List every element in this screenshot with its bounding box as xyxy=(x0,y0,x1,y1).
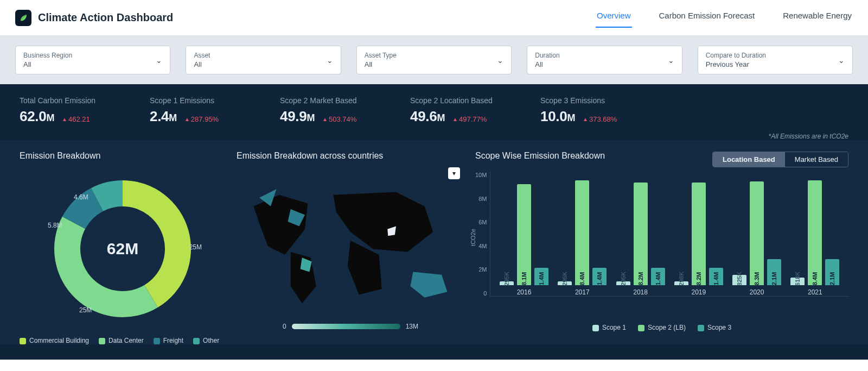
bar-value-label: 8.4M xyxy=(579,272,585,285)
kpi-card: Scope 1 Emissions 2.4M ▲287.95% xyxy=(150,96,258,125)
filter-value: Previous Year xyxy=(706,60,766,68)
bar-value-label: 1.4M xyxy=(596,272,603,285)
y-tick: 8M xyxy=(475,196,487,202)
bar[interactable]: 825K xyxy=(732,275,746,285)
bar[interactable]: 1.4M xyxy=(592,268,607,285)
kpi-card: Total Carbon Emission 62.0M ▲462.21 xyxy=(20,96,128,125)
legend-item: Freight xyxy=(154,337,183,344)
bar-value-label: 2.1M xyxy=(829,272,835,285)
filter-compare-duration[interactable]: Compare to Duration Previous Year ⌄ xyxy=(698,46,853,74)
filter-label: Asset xyxy=(194,52,210,59)
y-tick: 6M xyxy=(475,219,487,225)
world-map-svg xyxy=(237,167,464,319)
legend-item: Scope 1 xyxy=(592,324,626,331)
bar-value-label: 298K xyxy=(678,272,685,286)
filter-label: Duration xyxy=(535,52,559,59)
y-axis: 10M8M6M4M2M0 xyxy=(475,172,490,297)
kpi-value: 2.4M xyxy=(150,108,177,125)
bar[interactable]: 8.3M xyxy=(750,181,764,285)
x-tick: 2016 xyxy=(517,288,532,296)
donut-legend: Commercial BuildingData CenterFreightOth… xyxy=(20,337,226,344)
filter-label: Compare to Duration xyxy=(706,52,766,59)
legend-item: Commercial Building xyxy=(20,337,89,344)
bar-group: 298K8.2M1.4M2019 xyxy=(674,160,723,296)
kpi-label: Scope 2 Location Based xyxy=(410,96,519,105)
bar[interactable]: 8.4M xyxy=(808,180,822,285)
bar[interactable]: 8.2M xyxy=(634,183,648,285)
app-header: Climate Action Dashboard Overview Carbon… xyxy=(0,0,868,36)
bar-value-label: 618K xyxy=(794,272,801,286)
app-title: Climate Action Dashboard xyxy=(38,11,173,24)
filter-value: All xyxy=(365,60,397,68)
bar[interactable]: 295K xyxy=(616,281,630,285)
slice-label: 5.8M xyxy=(48,222,62,229)
scale-min: 0 xyxy=(283,323,286,330)
bar-value-label: 1.4M xyxy=(655,272,661,285)
x-tick: 2017 xyxy=(575,288,590,296)
kpi-card: Scope 3 Emissions 10.0M ▲373.68% xyxy=(540,96,649,125)
bar-group: 825K8.3M2.1M2020 xyxy=(732,160,781,296)
kpi-label: Total Carbon Emission xyxy=(20,96,128,105)
bar-value-label: 8.4M xyxy=(812,272,818,285)
bar[interactable]: 8.2M xyxy=(692,183,706,285)
bar-group: 295K8.1M1.4M2016 xyxy=(500,160,548,296)
leaf-icon xyxy=(15,10,31,26)
bar[interactable]: 2.1M xyxy=(767,259,781,285)
bar[interactable]: 1.4M xyxy=(651,268,665,285)
bar[interactable]: 1.4M xyxy=(534,268,548,285)
bar-value-label: 295K xyxy=(620,272,627,286)
bar[interactable]: 295K xyxy=(500,281,514,285)
kpi-delta: ▲462.21 xyxy=(62,115,90,123)
bar-value-label: 8.2M xyxy=(695,272,702,285)
bar[interactable]: 1.4M xyxy=(709,268,723,285)
bar[interactable]: 298K xyxy=(674,281,688,285)
tab-renewable-energy[interactable]: Renewable Energy xyxy=(782,8,853,28)
chevron-down-icon: ⌄ xyxy=(327,56,333,65)
bar-value-label: 825K xyxy=(736,272,743,286)
slice-label: 25M xyxy=(79,306,92,314)
y-tick: 0 xyxy=(475,290,487,297)
chevron-down-icon: ⌄ xyxy=(497,56,503,65)
filter-asset-type[interactable]: Asset Type All ⌄ xyxy=(356,46,512,74)
legend-item: Scope 2 (LB) xyxy=(638,324,686,331)
bar-value-label: 2.1M xyxy=(771,272,777,285)
legend-item: Scope 3 xyxy=(698,324,731,331)
filter-asset[interactable]: Asset All ⌄ xyxy=(186,46,341,74)
bar[interactable]: 8.1M xyxy=(517,184,531,285)
bar[interactable]: 618K xyxy=(790,278,805,285)
filter-business-region[interactable]: Business Region All ⌄ xyxy=(15,46,170,74)
bar[interactable]: 8.4M xyxy=(575,180,589,285)
chevron-down-icon: ⌄ xyxy=(838,56,845,65)
panel-emission-map: Emission Breakdown across countries ▾ xyxy=(237,151,464,344)
bar-value-label: 1.4M xyxy=(538,272,545,285)
scope-bar-chart: tCO2e 10M8M6M4M2M0 295K8.1M1.4M2016295K8… xyxy=(475,172,848,318)
kpi-label: Scope 3 Emissions xyxy=(540,96,649,105)
kpi-delta: ▲503.74% xyxy=(322,115,356,123)
slice-label: 4.6M xyxy=(74,193,88,201)
y-axis-label: tCO2e xyxy=(470,229,476,246)
map-legend: 0 13M xyxy=(237,323,464,330)
bar-value-label: 295K xyxy=(503,272,510,286)
map-options-button[interactable]: ▾ xyxy=(448,167,460,179)
panel-title: Emission Breakdown xyxy=(20,151,226,161)
filter-value: All xyxy=(23,60,72,68)
emissions-unit-footnote: *All Emissions are in tCO2e xyxy=(0,130,868,140)
tab-carbon-forecast[interactable]: Carbon Emission Forecast xyxy=(658,8,756,28)
kpi-label: Scope 1 Emissions xyxy=(150,96,258,105)
x-tick: 2021 xyxy=(808,288,822,296)
bar-legend: Scope 1Scope 2 (LB)Scope 3 xyxy=(475,324,848,331)
legend-item: Other xyxy=(193,337,219,344)
kpi-value: 10.0M xyxy=(540,108,575,125)
kpi-row: Total Carbon Emission 62.0M ▲462.21 Scop… xyxy=(0,84,868,130)
bar-value-label: 8.2M xyxy=(637,272,644,285)
chevron-down-icon: ⌄ xyxy=(668,56,674,65)
x-tick: 2020 xyxy=(750,288,764,296)
x-tick: 2018 xyxy=(633,288,648,296)
filter-bar: Business Region All ⌄ Asset All ⌄ Asset … xyxy=(0,36,868,84)
bar[interactable]: 295K xyxy=(558,281,572,285)
bar[interactable]: 2.1M xyxy=(825,259,839,285)
tab-overview[interactable]: Overview xyxy=(596,8,632,28)
x-tick: 2019 xyxy=(691,288,706,296)
filter-duration[interactable]: Duration All ⌄ xyxy=(527,46,682,74)
bar-value-label: 1.4M xyxy=(713,272,719,285)
